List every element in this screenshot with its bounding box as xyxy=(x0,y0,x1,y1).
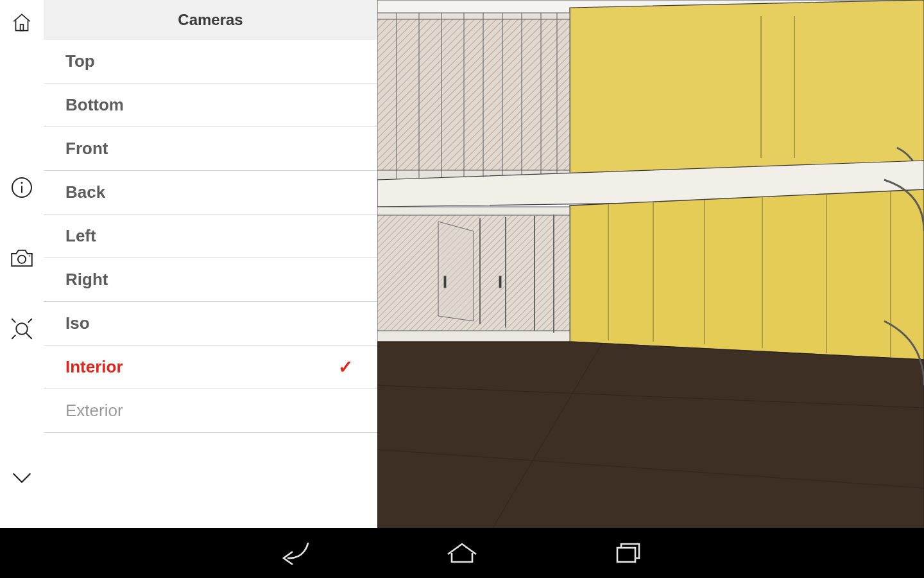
home-button[interactable] xyxy=(6,6,38,39)
camera-item-label: Iso xyxy=(65,313,90,333)
camera-item-right[interactable]: Right xyxy=(44,258,377,302)
info-icon xyxy=(9,175,35,200)
camera-item-top[interactable]: Top xyxy=(44,40,377,83)
left-toolbar xyxy=(0,0,44,528)
cameras-panel: Cameras Top Bottom Front Back Left xyxy=(44,0,377,528)
svg-rect-53 xyxy=(617,548,635,562)
svg-rect-0 xyxy=(21,24,24,31)
svg-line-10 xyxy=(12,335,15,339)
camera-button[interactable] xyxy=(6,242,38,274)
camera-item-left[interactable]: Left xyxy=(44,215,377,258)
camera-item-label: Bottom xyxy=(65,95,124,115)
svg-marker-29 xyxy=(570,189,924,360)
nav-home-button[interactable] xyxy=(440,534,484,572)
camera-item-label: Front xyxy=(65,139,108,159)
camera-icon xyxy=(8,247,35,270)
back-icon xyxy=(277,539,313,567)
camera-item-label: Back xyxy=(65,182,105,202)
svg-marker-14 xyxy=(570,0,924,180)
svg-point-4 xyxy=(18,256,26,263)
camera-item-label: Top xyxy=(65,51,95,71)
collapse-button[interactable] xyxy=(6,462,38,494)
recents-icon xyxy=(613,540,644,566)
content-area: Cameras Top Bottom Front Back Left xyxy=(0,0,924,528)
camera-item-iso[interactable]: Iso xyxy=(44,302,377,346)
fit-view-button[interactable] xyxy=(6,313,38,345)
model-viewport[interactable] xyxy=(377,0,924,528)
svg-point-5 xyxy=(29,255,30,256)
svg-line-9 xyxy=(28,319,32,322)
scene-render xyxy=(377,0,924,528)
svg-marker-38 xyxy=(438,222,474,321)
camera-item-front[interactable]: Front xyxy=(44,127,377,171)
camera-item-back[interactable]: Back xyxy=(44,171,377,215)
svg-point-2 xyxy=(21,182,23,184)
camera-item-label: Exterior xyxy=(65,401,123,421)
android-navbar xyxy=(0,528,924,578)
nav-recents-button[interactable] xyxy=(606,534,651,572)
svg-line-11 xyxy=(28,335,32,339)
app-root: Cameras Top Bottom Front Back Left xyxy=(0,0,924,578)
svg-marker-45 xyxy=(377,342,924,528)
chevron-down-icon xyxy=(9,469,35,487)
camera-item-exterior[interactable]: Exterior xyxy=(44,389,377,433)
camera-item-label: Interior xyxy=(65,357,123,377)
svg-rect-43 xyxy=(499,276,501,288)
camera-item-bottom[interactable]: Bottom xyxy=(44,83,377,127)
camera-item-label: Left xyxy=(65,226,96,246)
cameras-list: Top Bottom Front Back Left Right xyxy=(44,40,377,433)
home-icon xyxy=(10,10,34,35)
home-icon xyxy=(445,540,479,566)
svg-line-8 xyxy=(12,319,15,322)
camera-item-label: Right xyxy=(65,270,108,290)
nav-back-button[interactable] xyxy=(273,534,318,572)
fit-view-icon xyxy=(8,315,35,342)
info-button[interactable] xyxy=(6,171,38,204)
checkmark-icon: ✓ xyxy=(338,356,353,378)
panel-title: Cameras xyxy=(44,0,377,40)
svg-rect-44 xyxy=(444,276,446,288)
camera-item-interior[interactable]: Interior ✓ xyxy=(44,346,377,389)
